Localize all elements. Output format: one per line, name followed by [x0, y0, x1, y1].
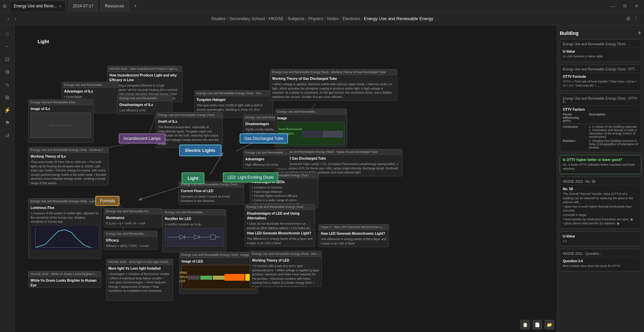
add-tab-button[interactable]: +: [131, 3, 140, 9]
hkdse2023-content: The Overall Thermal Transfer Value (OTTV…: [563, 192, 638, 226]
card-rectifier[interactable]: Energy Use and Renewable... Rectifier fo…: [162, 209, 226, 252]
hkdse2023-header: HKDSE 2023 · No. 58: [563, 180, 638, 185]
card-illuminance-content: E (Lux) = φ × cosθ / d² = sinθ: [106, 221, 160, 226]
card-advantages-gas[interactable]: Energy Use and Renewable En... Advantage…: [243, 150, 290, 169]
card-image-ils[interactable]: Energy Use and Renewable Ener... Image o…: [28, 99, 94, 143]
sidebar-settings[interactable]: ⚙: [2, 66, 13, 77]
sidebar-lightning[interactable]: ⚡: [2, 105, 13, 115]
uvalue-card-title: U-Value: [563, 50, 638, 53]
ottv-formula-card[interactable]: Energy Use and Renewable Energy (Text) ·…: [560, 64, 641, 91]
hkdse2021-content: Best surface area does not count for OTT…: [563, 264, 638, 268]
sidebar-grid[interactable]: ⊞: [2, 92, 13, 103]
card-current-led[interactable]: Energy Use and Renewable Energy (Text) ·…: [179, 181, 244, 205]
card-paper-led-mono[interactable]: Paper 2 · How LED Generate Monochromic L…: [318, 224, 389, 247]
card-types-gas-title: Types of Gas Discharged Tube: [277, 156, 400, 161]
sidebar-flag[interactable]: ⚑: [2, 117, 13, 128]
card-disadvantages-ils[interactable]: Energy Use and Renewable... Disadvantage…: [117, 95, 172, 114]
card-working-led-content: • It consists with a pair of p and n typ…: [252, 264, 319, 287]
sidebar-back[interactable]: ←: [2, 41, 13, 52]
card-death-ils-body: Death of ILs The filament evaporates, es…: [156, 118, 222, 148]
uvalue-card-header: Energy Use and Renewable Energy (Text) ·…: [563, 42, 638, 48]
breadcrumb-physics[interactable]: Physics: [308, 16, 324, 21]
title-bar-left: ⊞ Energy Use and Rene... ✕ 2024-07-17 Re…: [3, 1, 140, 11]
card-more-light-body: More light Vs Less light Installed Advan…: [106, 265, 173, 294]
ottv-lower-card[interactable]: Is OTTV higher better or lower good? No,…: [560, 155, 641, 174]
breadcrumb-subjects[interactable]: Subjects: [288, 16, 304, 21]
toolbar-document[interactable]: 📄: [533, 320, 542, 329]
sidebar-refresh[interactable]: ↺: [2, 130, 13, 141]
breadcrumb-sep-2: /: [266, 16, 267, 21]
card-working-gas[interactable]: Energy Use and Renewable Energy (Text) ·…: [270, 69, 397, 101]
bottom-toolbar: 📋 📄 📁: [521, 320, 554, 329]
card-working-gas-body: Working Theory of Gas Discharged Tube • …: [270, 75, 397, 100]
toolbar-clipboard[interactable]: 📋: [521, 320, 530, 329]
card-working-led-header: Energy Use and Renewable Energy (Text) ·…: [250, 251, 321, 257]
card-death-ils-header: Energy Use and Renewable Energy (Text) ·…: [156, 112, 222, 118]
tab-energy[interactable]: Energy Use and Rene... ✕: [9, 1, 66, 11]
tab-energy-close[interactable]: ✕: [59, 4, 61, 8]
hkdse2021-card[interactable]: HKDSE 2021 · Question... Question 3.4 Be…: [560, 249, 641, 271]
ottv-factors-header: Energy Use and Renewable Energy (Text) ·…: [563, 97, 638, 106]
card-paper-led-mono-content: The difference in energy levels of the p…: [321, 237, 387, 245]
breadcrumb-hkdse[interactable]: HKDSE: [269, 16, 284, 21]
card-luminous-flux[interactable]: Energy Use and Renewable Energy (Text) ·…: [28, 198, 101, 259]
node-gas-discharged[interactable]: Gas Discharged Tube: [240, 133, 288, 144]
node-electric-lights[interactable]: Electric Lights: [179, 145, 221, 156]
minimize-button[interactable]: —: [608, 3, 618, 9]
card-image-led[interactable]: Energy Use and Renewable Energy (Text) ·…: [179, 252, 258, 294]
node-formula[interactable]: Formula: [95, 196, 119, 206]
card-working-gas-content: • When voltage is applied, electrons col…: [272, 82, 395, 99]
hkdse2023-card[interactable]: HKDSE 2023 · No. 58 No. 58 The Overall T…: [560, 177, 641, 229]
back-button[interactable]: ‹: [5, 15, 11, 22]
card-working-led[interactable]: Energy Use and Renewable Energy (Text) ·…: [250, 251, 322, 287]
card-illuminance[interactable]: Energy Use and Renewable En... Illuminan…: [104, 208, 162, 227]
breadcrumb-electives[interactable]: Electives: [343, 16, 360, 21]
ottv-factors-card[interactable]: Energy Use and Renewable Energy (Text) ·…: [560, 94, 641, 152]
sidebar-layers[interactable]: ⊡: [2, 54, 13, 64]
ottv-col1: Factor influencing OTTV: [563, 113, 588, 123]
card-advantages-gas-header: Energy Use and Renewable En...: [243, 150, 290, 156]
toolbar-folder[interactable]: 📁: [545, 320, 554, 329]
more-icon[interactable]: ⋮: [633, 15, 639, 22]
node-light[interactable]: Light: [182, 172, 204, 184]
card-working-ils-body: Working Theory of ILs They emit mostly I…: [29, 153, 108, 185]
card-white-green[interactable]: HKDSE 2018 · White Vs Green Looks Bright…: [28, 271, 101, 288]
card-death-ils[interactable]: Energy Use and Renewable Energy (Text) ·…: [156, 112, 223, 148]
breadcrumb-sep-6: /: [340, 16, 341, 21]
close-button[interactable]: ✕: [632, 3, 641, 9]
breadcrumb-sep-7: /: [361, 16, 363, 21]
sidebar-wave[interactable]: ∿: [2, 79, 13, 90]
node-incandescent[interactable]: Incandescent Lamps: [119, 133, 165, 144]
card-efficacy[interactable]: Energy Use and Renewable... Efficacy Eff…: [104, 231, 157, 250]
uvalue2-card[interactable]: U-Value 3.4: [560, 231, 641, 246]
breadcrumb-studies[interactable]: Studies: [211, 16, 226, 21]
tab-resources[interactable]: Resources: [100, 1, 128, 11]
sidebar-home[interactable]: ⌂: [2, 28, 13, 39]
card-efficacy-content: Efficacy = φ(lm) / P(W) ↑ Lumen: [106, 244, 155, 248]
canvas-area[interactable]: Light Electric Lights: [15, 25, 557, 332]
breadcrumb-notes[interactable]: Notes: [327, 16, 339, 21]
card-more-light[interactable]: HKDSE 2018 · More light Vs less light in…: [106, 259, 173, 301]
card-white-green-title: White Vs Green Looks Brighter to Human E…: [31, 278, 99, 288]
maximize-button[interactable]: ⧉: [621, 2, 629, 9]
card-image-gas-title: Image: [277, 116, 345, 121]
tab-date[interactable]: 2024-07-17: [68, 1, 98, 11]
forward-button[interactable]: ›: [12, 15, 18, 22]
card-rectifier-content: A rectifier converts ac to dc.: [165, 222, 224, 227]
settings-icon[interactable]: ⚙: [626, 15, 631, 22]
sidebar-add-button[interactable]: +: [638, 30, 641, 37]
uvalue-card-content: U = k/d General U-Value table: [563, 54, 638, 59]
uvalue-card[interactable]: Energy Use and Renewable Energy (Text) ·…: [560, 39, 641, 62]
card-how-incandescent-title: How Incandescent Produce Light and why E…: [109, 73, 180, 82]
luminous-flux-graph: Wavelength: [31, 225, 99, 251]
card-image-ils-body: Image of ILs [Light bulb diagram]: [29, 105, 93, 139]
card-how-led-mono[interactable]: How LED Generate Monochromic Light? The …: [245, 229, 315, 247]
node-led[interactable]: LED: Light Emitting Diode: [223, 172, 278, 182]
app-icon: ⊞: [3, 3, 7, 9]
breadcrumb-secondary[interactable]: Secondary School: [230, 16, 265, 21]
hkdse2023-title: No. 58: [563, 187, 638, 191]
image-led-placeholder: WORKING PRINCIPLE OF LED: [182, 265, 256, 289]
card-current-led-body: Current Flow of LED Operates on Direct C…: [179, 187, 244, 204]
card-working-ils[interactable]: Energy Use and Renewable Energy (Text) ·…: [28, 147, 109, 185]
card-rectifier-header: Energy Use and Renewable...: [163, 210, 226, 215]
